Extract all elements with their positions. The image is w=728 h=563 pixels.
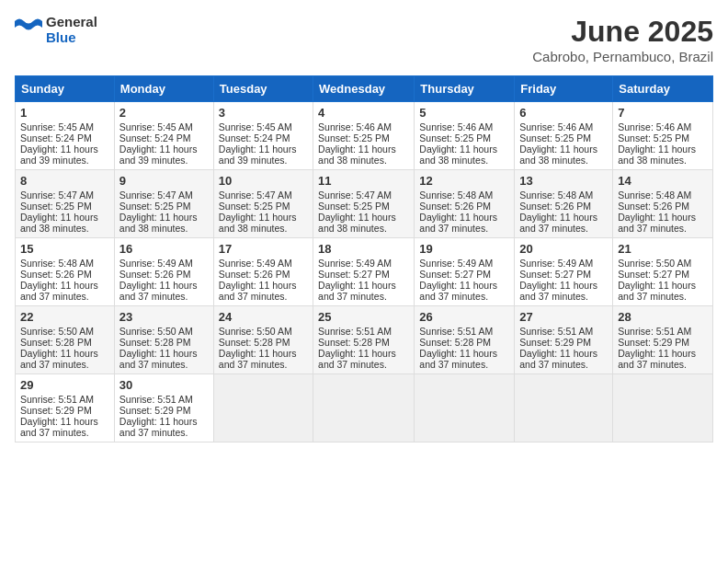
sunrise-label: Sunrise: 5:47 AM bbox=[119, 190, 193, 201]
daylight-label: Daylight: 11 hours and 37 minutes. bbox=[119, 280, 198, 302]
day-number: 2 bbox=[119, 106, 209, 120]
cell-week1-day1: 1 Sunrise: 5:45 AM Sunset: 5:24 PM Dayli… bbox=[16, 102, 115, 170]
day-number: 16 bbox=[119, 242, 209, 256]
week-row-5: 29 Sunrise: 5:51 AM Sunset: 5:29 PM Dayl… bbox=[16, 374, 713, 442]
day-number: 10 bbox=[219, 174, 308, 188]
col-wednesday: Wednesday bbox=[313, 76, 415, 102]
day-number: 17 bbox=[219, 242, 308, 256]
sunrise-label: Sunrise: 5:46 AM bbox=[318, 121, 392, 132]
sunset-label: Sunset: 5:26 PM bbox=[419, 201, 491, 212]
sunset-label: Sunset: 5:26 PM bbox=[20, 269, 92, 280]
daylight-label: Daylight: 11 hours and 39 minutes. bbox=[219, 144, 297, 166]
calendar-subtitle: Cabrobo, Pernambuco, Brazil bbox=[532, 49, 713, 64]
sunrise-label: Sunrise: 5:45 AM bbox=[119, 121, 193, 132]
cell-week3-day4: 18 Sunrise: 5:49 AM Sunset: 5:27 PM Dayl… bbox=[313, 238, 415, 306]
col-sunday: Sunday bbox=[16, 76, 115, 102]
sunrise-label: Sunrise: 5:49 AM bbox=[419, 258, 493, 269]
cell-week4-day2: 23 Sunrise: 5:50 AM Sunset: 5:28 PM Dayl… bbox=[114, 306, 213, 374]
sunset-label: Sunset: 5:29 PM bbox=[519, 337, 591, 348]
sunrise-label: Sunrise: 5:48 AM bbox=[20, 258, 94, 269]
daylight-label: Daylight: 11 hours and 37 minutes. bbox=[219, 348, 297, 370]
cell-week4-day7: 28 Sunrise: 5:51 AM Sunset: 5:29 PM Dayl… bbox=[613, 306, 713, 374]
day-number: 26 bbox=[419, 310, 509, 324]
sunrise-label: Sunrise: 5:47 AM bbox=[20, 190, 94, 201]
sunrise-label: Sunrise: 5:47 AM bbox=[318, 190, 392, 201]
cell-week4-day1: 22 Sunrise: 5:50 AM Sunset: 5:28 PM Dayl… bbox=[16, 306, 115, 374]
cell-week1-day7: 7 Sunrise: 5:46 AM Sunset: 5:25 PM Dayli… bbox=[613, 102, 713, 170]
day-number: 23 bbox=[119, 310, 209, 324]
daylight-label: Daylight: 11 hours and 37 minutes. bbox=[519, 212, 597, 234]
daylight-label: Daylight: 11 hours and 38 minutes. bbox=[219, 212, 297, 234]
week-row-1: 1 Sunrise: 5:45 AM Sunset: 5:24 PM Dayli… bbox=[16, 102, 713, 170]
daylight-label: Daylight: 11 hours and 37 minutes. bbox=[519, 280, 597, 302]
sunset-label: Sunset: 5:25 PM bbox=[419, 132, 491, 144]
sunset-label: Sunset: 5:27 PM bbox=[419, 269, 491, 280]
day-number: 5 bbox=[419, 106, 509, 120]
day-number: 30 bbox=[119, 378, 209, 392]
day-number: 6 bbox=[519, 106, 608, 120]
daylight-label: Daylight: 11 hours and 38 minutes. bbox=[519, 144, 597, 166]
daylight-label: Daylight: 11 hours and 37 minutes. bbox=[618, 212, 696, 234]
cell-week2-day6: 13 Sunrise: 5:48 AM Sunset: 5:26 PM Dayl… bbox=[515, 170, 613, 238]
cell-week2-day5: 12 Sunrise: 5:48 AM Sunset: 5:26 PM Dayl… bbox=[415, 170, 515, 238]
cell-week2-day7: 14 Sunrise: 5:48 AM Sunset: 5:26 PM Dayl… bbox=[613, 170, 713, 238]
sunrise-label: Sunrise: 5:48 AM bbox=[618, 190, 691, 201]
daylight-label: Daylight: 11 hours and 38 minutes. bbox=[419, 144, 497, 166]
day-number: 27 bbox=[519, 310, 608, 324]
sunset-label: Sunset: 5:24 PM bbox=[20, 132, 92, 144]
sunset-label: Sunset: 5:25 PM bbox=[519, 132, 591, 144]
daylight-label: Daylight: 11 hours and 39 minutes. bbox=[119, 144, 198, 166]
sunset-label: Sunset: 5:29 PM bbox=[618, 337, 689, 348]
sunset-label: Sunset: 5:29 PM bbox=[20, 405, 92, 416]
week-row-2: 8 Sunrise: 5:47 AM Sunset: 5:25 PM Dayli… bbox=[16, 170, 713, 238]
sunrise-label: Sunrise: 5:48 AM bbox=[419, 190, 493, 201]
sunset-label: Sunset: 5:25 PM bbox=[318, 201, 390, 212]
day-number: 8 bbox=[20, 174, 109, 188]
calendar-header: Sunday Monday Tuesday Wednesday Thursday… bbox=[16, 76, 713, 102]
sunset-label: Sunset: 5:24 PM bbox=[219, 132, 290, 144]
cell-week3-day1: 15 Sunrise: 5:48 AM Sunset: 5:26 PM Dayl… bbox=[16, 238, 115, 306]
col-friday: Friday bbox=[515, 76, 613, 102]
sunset-label: Sunset: 5:25 PM bbox=[618, 132, 689, 144]
cell-week4-day4: 25 Sunrise: 5:51 AM Sunset: 5:28 PM Dayl… bbox=[313, 306, 415, 374]
sunrise-label: Sunrise: 5:51 AM bbox=[618, 326, 691, 337]
sunset-label: Sunset: 5:27 PM bbox=[519, 269, 591, 280]
daylight-label: Daylight: 11 hours and 38 minutes. bbox=[618, 144, 696, 166]
sunset-label: Sunset: 5:25 PM bbox=[318, 132, 390, 144]
daylight-label: Daylight: 11 hours and 37 minutes. bbox=[419, 348, 497, 370]
cell-week1-day2: 2 Sunrise: 5:45 AM Sunset: 5:24 PM Dayli… bbox=[114, 102, 213, 170]
daylight-label: Daylight: 11 hours and 38 minutes. bbox=[318, 212, 396, 234]
day-number: 29 bbox=[20, 378, 109, 392]
daylight-label: Daylight: 11 hours and 37 minutes. bbox=[318, 348, 396, 370]
daylight-label: Daylight: 11 hours and 37 minutes. bbox=[318, 280, 396, 302]
cell-week5-day3 bbox=[213, 374, 313, 442]
daylight-label: Daylight: 11 hours and 37 minutes. bbox=[20, 280, 98, 302]
sunset-label: Sunset: 5:28 PM bbox=[119, 337, 191, 348]
day-number: 13 bbox=[519, 174, 608, 188]
logo-general: General bbox=[46, 15, 97, 30]
col-tuesday: Tuesday bbox=[213, 76, 313, 102]
sunset-label: Sunset: 5:26 PM bbox=[618, 201, 689, 212]
day-number: 12 bbox=[419, 174, 509, 188]
day-number: 18 bbox=[318, 242, 409, 256]
day-number: 28 bbox=[618, 310, 708, 324]
cell-week5-day1: 29 Sunrise: 5:51 AM Sunset: 5:29 PM Dayl… bbox=[16, 374, 115, 442]
daylight-label: Daylight: 11 hours and 38 minutes. bbox=[318, 144, 396, 166]
cell-week5-day7 bbox=[613, 374, 713, 442]
sunrise-label: Sunrise: 5:47 AM bbox=[219, 190, 292, 201]
week-row-3: 15 Sunrise: 5:48 AM Sunset: 5:26 PM Dayl… bbox=[16, 238, 713, 306]
sunrise-label: Sunrise: 5:48 AM bbox=[519, 190, 593, 201]
daylight-label: Daylight: 11 hours and 37 minutes. bbox=[519, 348, 597, 370]
day-number: 19 bbox=[419, 242, 509, 256]
sunset-label: Sunset: 5:29 PM bbox=[119, 405, 191, 416]
sunset-label: Sunset: 5:24 PM bbox=[119, 132, 191, 144]
cell-week1-day3: 3 Sunrise: 5:45 AM Sunset: 5:24 PM Dayli… bbox=[213, 102, 313, 170]
sunrise-label: Sunrise: 5:46 AM bbox=[519, 121, 593, 132]
sunrise-label: Sunrise: 5:45 AM bbox=[219, 121, 292, 132]
cell-week1-day4: 4 Sunrise: 5:46 AM Sunset: 5:25 PM Dayli… bbox=[313, 102, 415, 170]
header-row: Sunday Monday Tuesday Wednesday Thursday… bbox=[16, 76, 713, 102]
sunrise-label: Sunrise: 5:50 AM bbox=[219, 326, 292, 337]
sunrise-label: Sunrise: 5:49 AM bbox=[318, 258, 392, 269]
cell-week1-day6: 6 Sunrise: 5:46 AM Sunset: 5:25 PM Dayli… bbox=[515, 102, 613, 170]
cell-week3-day2: 16 Sunrise: 5:49 AM Sunset: 5:26 PM Dayl… bbox=[114, 238, 213, 306]
